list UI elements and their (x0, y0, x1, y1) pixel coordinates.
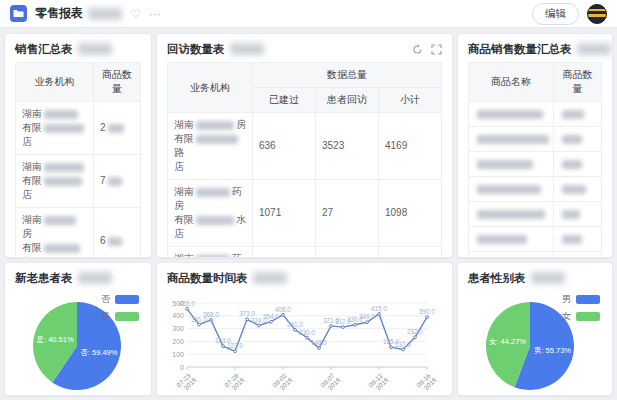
y-axis-tick-label: 0 (180, 364, 184, 371)
legend-item-女[interactable]: 女 (562, 310, 600, 323)
legend-swatch (115, 295, 139, 304)
redacted-title-suffix (253, 272, 287, 284)
table-row (469, 252, 602, 259)
data-point-label: 390.0 (419, 308, 435, 315)
col-header-created: 已建过 (253, 88, 316, 113)
legend-swatch (576, 312, 600, 321)
products-table: 商品名称 商品数量 (468, 62, 602, 258)
legend-swatch (115, 312, 139, 321)
table-row (469, 127, 602, 152)
revisit-table: 业务机构 数据总量 已建过 患者回访 小计 湖南房有限路店63635234169… (167, 62, 442, 258)
revisit-count-card: 回访数量表 业务机构 数据总量 已建过 患者回访 小计 (156, 33, 453, 258)
data-point-label: 349.0 (359, 313, 375, 320)
sales-summary-card: 销售汇总表 业务机构 商品数量 湖南有限店2湖南有限店7湖南房有限店6湖南房有限… (4, 33, 152, 258)
data-point-label: 291.0 (287, 321, 303, 328)
table-row (469, 227, 602, 252)
redacted-title-suffix (230, 43, 264, 55)
qty-cell: 7 (94, 155, 141, 208)
data-point-label: 354.0 (263, 313, 279, 320)
page-title: 零售报表 (35, 5, 122, 22)
table-row (469, 102, 602, 127)
product-qty-timeline-title: 商品数量时间表 (167, 271, 287, 286)
table-row: 湖南有限店7 (16, 155, 141, 208)
pie-slice-label: 是: 40.51% (37, 335, 74, 344)
gender-pie-legend: 男女 (562, 293, 600, 323)
redacted-text (196, 216, 234, 225)
data-point-label: 230.0 (299, 329, 315, 336)
product-qty-timeline-title-text: 商品数量时间表 (167, 271, 248, 286)
data-point-label: 415.0 (371, 305, 387, 312)
table-row (469, 202, 602, 227)
redacted-title-suffix (78, 43, 112, 55)
data-point-label: 148.0 (311, 339, 327, 346)
product-sales-summary-card: 商品销售数量汇总表 商品名称 商品数量 (457, 33, 613, 258)
table-row (469, 177, 602, 202)
legend-item-男[interactable]: 男 (562, 293, 600, 306)
product-qty-timeline-card: 商品数量时间表 010020030040050007-23201907-2820… (156, 262, 453, 396)
col-header-subtotal: 小计 (379, 88, 442, 113)
value-cell: 1071 (253, 180, 316, 247)
redacted-text (477, 210, 545, 219)
redacted-text (44, 163, 84, 172)
product-name-cell (469, 102, 554, 127)
legend-label: 是 (101, 310, 110, 323)
product-name-cell (469, 127, 554, 152)
product-name-cell (469, 177, 554, 202)
new-old-patients-card: 新老患者表 否: 59.49%是: 40.51% 否是 (4, 262, 152, 396)
product-name-cell (469, 152, 554, 177)
org-cell: 湖南有限店 (16, 155, 94, 208)
products-table-wrap: 商品名称 商品数量 (468, 62, 602, 258)
revisit-count-title-text: 回访数量表 (167, 42, 225, 57)
table-row (469, 152, 602, 177)
product-qty-cell (554, 252, 602, 259)
redacted-text (562, 160, 582, 169)
value-cell: 538 (379, 247, 442, 259)
new-old-pie-legend: 否是 (101, 293, 139, 323)
redacted-text (562, 235, 582, 244)
y-axis-tick-label: 100 (172, 351, 184, 358)
value-cell: 3523 (316, 113, 379, 180)
org-cell: 湖南药房有限路店 (168, 247, 253, 259)
favorite-icon[interactable]: ♡ (130, 8, 141, 20)
redacted-text (44, 216, 76, 225)
value-cell: 27 (316, 180, 379, 247)
product-sales-summary-title: 商品销售数量汇总表 (468, 42, 611, 57)
redacted-text (562, 185, 586, 194)
value-cell: 1098 (379, 180, 442, 247)
more-icon[interactable]: ··· (149, 8, 161, 20)
org-cell: 湖南药房有限水店 (168, 180, 253, 247)
sales-summary-table-wrap: 业务机构 商品数量 湖南有限店2湖南有限店7湖南房有限店6湖南房有限店5 (15, 62, 141, 258)
data-point-label: 455.0 (179, 300, 195, 307)
redacted-text (477, 185, 541, 194)
redacted-text (44, 124, 84, 133)
legend-item-否[interactable]: 否 (101, 293, 139, 306)
redacted-text (108, 124, 124, 133)
patient-gender-title-text: 患者性别表 (468, 271, 526, 286)
redacted-text (477, 160, 533, 169)
col-header-data-total: 数据总量 (253, 63, 442, 88)
y-axis-tick-label: 200 (172, 338, 184, 345)
pie-slice-label: 否: 59.49% (80, 348, 117, 357)
redacted-text (108, 177, 122, 186)
edit-button[interactable]: 编辑 (532, 3, 579, 25)
sales-summary-title-text: 销售汇总表 (15, 42, 73, 57)
redacted-text (562, 135, 582, 144)
report-icon (10, 5, 27, 22)
gender-pie-body: 男: 55.73%女: 44.27% 男女 (468, 291, 602, 395)
refresh-icon[interactable] (412, 44, 423, 55)
timeline-chart-body: 010020030040050007-23201907-28201908-022… (167, 291, 442, 396)
redacted-text (562, 110, 584, 119)
expand-icon[interactable] (431, 44, 442, 55)
data-point-label: 408.0 (275, 306, 291, 313)
patient-gender-title: 患者性别表 (468, 271, 565, 286)
avatar[interactable] (587, 4, 607, 24)
redacted-text (562, 210, 580, 219)
value-cell: 528 (253, 247, 316, 259)
topbar: 零售报表 ♡ ··· 编辑 (0, 0, 617, 28)
qty-cell: 2 (94, 102, 141, 155)
legend-label: 男 (562, 293, 571, 306)
legend-item-是[interactable]: 是 (101, 310, 139, 323)
product-qty-cell (554, 102, 602, 127)
patient-gender-card: 患者性别表 男: 55.73%女: 44.27% 男女 (457, 262, 613, 396)
redacted-title-suffix (88, 8, 122, 20)
